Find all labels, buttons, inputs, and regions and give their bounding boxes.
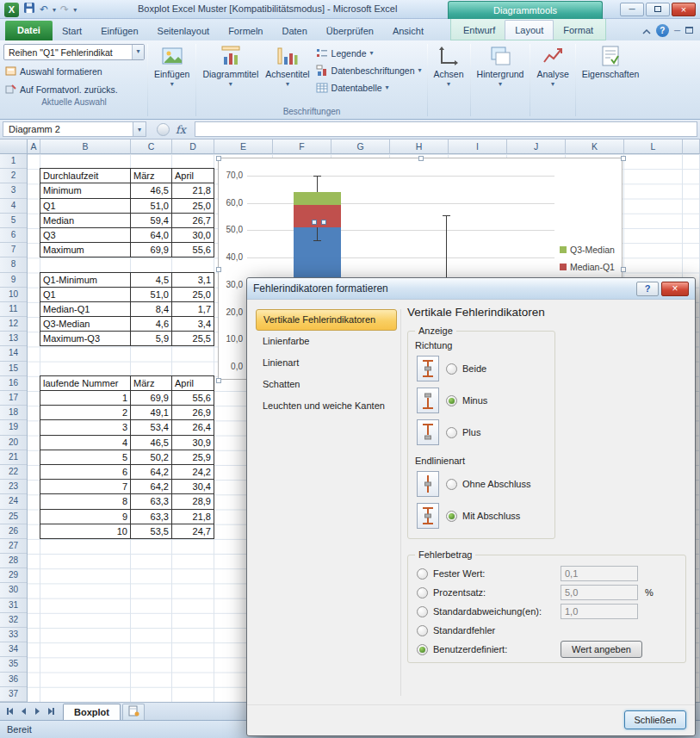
specify-value-button[interactable]: Wert angeben: [561, 641, 642, 658]
chevron-down-icon[interactable]: ▾: [132, 45, 144, 59]
chart-title-button[interactable]: Diagrammtitel ▾: [199, 42, 262, 106]
cell[interactable]: 24,7: [171, 524, 214, 539]
chart-frame-handle[interactable]: [621, 156, 626, 161]
cell[interactable]: 59,4: [130, 213, 172, 228]
cell[interactable]: 7: [40, 479, 131, 494]
row-header[interactable]: 30: [0, 583, 27, 598]
radio-minus[interactable]: [446, 395, 457, 406]
cell[interactable]: 10: [40, 524, 131, 539]
row-header[interactable]: 16: [0, 376, 27, 391]
row-header[interactable]: 18: [0, 406, 27, 420]
row-header[interactable]: 8: [0, 257, 27, 272]
cell[interactable]: 53,5: [130, 524, 172, 539]
name-box-dropdown-icon[interactable]: ▾: [133, 121, 146, 137]
maximize-button[interactable]: [646, 3, 670, 16]
fixed-value-input[interactable]: [561, 566, 638, 581]
cell[interactable]: 46,5: [130, 183, 172, 198]
column-header-partial[interactable]: [683, 140, 700, 154]
cell[interactable]: Maximum: [40, 242, 131, 257]
row-header[interactable]: 22: [0, 465, 27, 480]
cell[interactable]: April: [171, 168, 214, 183]
row-header[interactable]: 7: [0, 243, 27, 257]
radio-standard-error[interactable]: [417, 625, 428, 636]
row-header[interactable]: 27: [0, 539, 27, 554]
column-header-E[interactable]: E: [214, 140, 273, 154]
close-button[interactable]: ×: [672, 3, 696, 16]
dialog-title-bar[interactable]: Fehlerindikatoren formatieren ? ×: [247, 278, 695, 300]
cell[interactable]: 4,6: [130, 316, 172, 332]
row-header[interactable]: 32: [0, 613, 27, 628]
select-all-corner[interactable]: [0, 140, 28, 154]
cell[interactable]: 25,0: [171, 287, 214, 302]
radio-both-label[interactable]: Beide: [462, 363, 486, 374]
row-header[interactable]: 31: [0, 598, 27, 613]
cell[interactable]: 26,9: [171, 405, 214, 420]
axes-button[interactable]: Achsen ▾: [431, 42, 468, 106]
row-header[interactable]: 23: [0, 480, 27, 494]
cell[interactable]: 5: [40, 450, 131, 465]
row-header[interactable]: 20: [0, 436, 27, 450]
column-header-F[interactable]: F: [273, 140, 331, 154]
cell[interactable]: 63,3: [130, 493, 172, 509]
cell[interactable]: 64,2: [130, 479, 172, 494]
column-header-J[interactable]: J: [507, 140, 566, 154]
cell[interactable]: 25,0: [171, 198, 214, 214]
insert-button[interactable]: Einfügen ▾: [151, 42, 193, 106]
redo-icon[interactable]: ↷: [60, 3, 69, 16]
cell[interactable]: 3,4: [171, 316, 214, 332]
chart-frame-handle[interactable]: [216, 378, 221, 383]
row-header[interactable]: 19: [0, 420, 27, 435]
column-header-A[interactable]: A: [28, 140, 40, 154]
cell[interactable]: 28,9: [171, 493, 214, 509]
cell[interactable]: 55,6: [171, 242, 214, 257]
row-header[interactable]: 37: [0, 687, 27, 702]
radio-standard-deviation[interactable]: [417, 606, 428, 617]
cell[interactable]: 51,0: [130, 198, 172, 214]
standard-error-label[interactable]: Standardfehler: [433, 625, 561, 636]
background-button[interactable]: Hintergrund ▾: [474, 42, 528, 106]
cell[interactable]: 51,0: [130, 287, 172, 302]
radio-both[interactable]: [446, 363, 457, 375]
percentage-input[interactable]: [561, 585, 638, 600]
column-header-D[interactable]: D: [172, 140, 214, 154]
row-header[interactable]: 1: [0, 154, 27, 169]
cell[interactable]: 3,1: [171, 272, 214, 288]
cell[interactable]: Durchlaufzeit: [40, 168, 131, 183]
chart-frame-handle[interactable]: [216, 267, 221, 272]
workbook-minimize-icon[interactable]: ─: [674, 26, 680, 35]
row-header[interactable]: 25: [0, 510, 27, 524]
cell[interactable]: 6: [40, 464, 131, 480]
radio-percentage[interactable]: [417, 587, 428, 598]
radio-no-cap-label[interactable]: Ohne Abschluss: [462, 479, 531, 489]
row-header[interactable]: 9: [0, 273, 27, 288]
column-header-G[interactable]: G: [331, 140, 390, 154]
cell[interactable]: 30,0: [171, 227, 214, 243]
excel-logo-icon[interactable]: X: [4, 3, 19, 17]
bar-segment-median-q1[interactable]: [294, 205, 341, 228]
row-header[interactable]: 3: [0, 183, 27, 198]
cell[interactable]: 4: [40, 435, 131, 450]
fx-icon[interactable]: fx: [176, 123, 186, 136]
cell[interactable]: 25,9: [171, 450, 214, 465]
data-labels-button[interactable]: Datenbeschriftungen ▾: [313, 63, 424, 78]
row-header[interactable]: 15: [0, 362, 27, 376]
column-header-H[interactable]: H: [390, 140, 449, 154]
format-selection-button[interactable]: Auswahl formatieren: [3, 64, 145, 78]
row-header[interactable]: 17: [0, 391, 27, 406]
cell[interactable]: 2: [40, 405, 131, 420]
dialog-close-icon[interactable]: ×: [661, 282, 689, 296]
cell[interactable]: 69,9: [130, 242, 172, 257]
cell[interactable]: 50,2: [130, 450, 172, 465]
sheet-tab-boxplot[interactable]: Boxplot: [63, 704, 121, 720]
chart-elements-combo[interactable]: Reihen "Q1" Fehlerindikat ▾: [3, 44, 145, 60]
column-header-I[interactable]: I: [449, 140, 507, 154]
help-icon[interactable]: ?: [656, 24, 669, 37]
legend-button[interactable]: Legende ▾: [313, 46, 424, 60]
radio-plus[interactable]: [446, 427, 457, 438]
cell[interactable]: 69,9: [130, 390, 172, 406]
cell[interactable]: laufende Nummer: [40, 375, 131, 391]
minimize-ribbon-icon[interactable]: [642, 22, 651, 38]
cell[interactable]: 9: [40, 509, 131, 524]
tab-einfuegen[interactable]: Einfügen: [91, 22, 147, 40]
cell[interactable]: Median-Q1: [40, 301, 131, 317]
